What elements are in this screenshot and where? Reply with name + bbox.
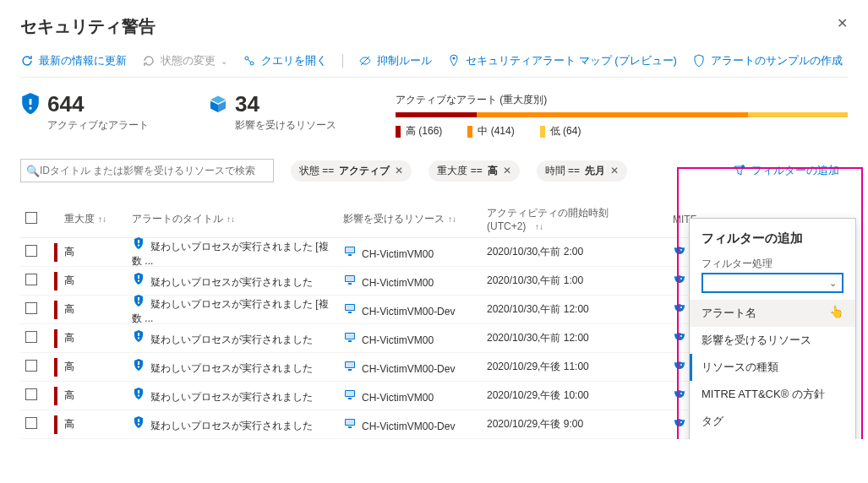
severity-bar-indicator: [54, 272, 57, 290]
svg-rect-22: [346, 305, 354, 310]
col-resource[interactable]: 影響を受けるリソース↑↓: [338, 212, 482, 226]
chevron-down-icon: ⌄: [221, 57, 227, 66]
svg-point-53: [680, 421, 682, 423]
row-severity: 高: [59, 417, 127, 431]
filter-pill-state[interactable]: 状態 == アクティブ ✕: [291, 160, 412, 182]
svg-rect-30: [348, 340, 352, 342]
svg-rect-40: [138, 390, 139, 393]
severity-bar-low: [748, 112, 848, 117]
shield-icon: [132, 236, 145, 250]
popup-option[interactable]: リソースの種類: [690, 354, 855, 381]
cursor-icon: 👆: [829, 305, 843, 318]
affected-resources-metric: 34 影響を受けるリソース: [208, 93, 336, 133]
suppress-rule-button[interactable]: 抑制ルール: [358, 53, 432, 68]
filter-pill-time[interactable]: 時間 == 先月 ✕: [537, 160, 627, 182]
svg-point-11: [680, 249, 682, 251]
svg-rect-33: [138, 361, 139, 365]
svg-point-46: [680, 393, 682, 394]
monitor-icon: [343, 416, 357, 430]
severity-bar-indicator: [54, 243, 57, 262]
alert-map-label: セキュリティアラート マップ (プレビュー): [466, 53, 677, 68]
svg-rect-19: [138, 297, 139, 301]
row-checkbox[interactable]: [25, 302, 37, 314]
close-button[interactable]: ✕: [837, 15, 848, 31]
popup-option[interactable]: タグ: [690, 408, 855, 435]
row-time: 2020/10/30,午前 1:00: [482, 274, 668, 288]
pin-icon: [447, 54, 461, 68]
svg-rect-37: [348, 369, 352, 371]
pill-time-remove[interactable]: ✕: [610, 165, 619, 176]
popup-title: フィルターの追加: [690, 231, 855, 257]
row-title: 疑わしいプロセスが実行されました: [127, 329, 338, 347]
search-input[interactable]: [40, 165, 268, 176]
monitor-icon: [343, 301, 357, 315]
popup-option[interactable]: MITRE ATT&CK® の方針: [690, 381, 855, 408]
alert-map-button[interactable]: セキュリティアラート マップ (プレビュー): [447, 53, 677, 68]
search-box[interactable]: 🔍: [20, 159, 274, 182]
severity-block: アクティブなアラート (重大度別) 高 (166) 中 (414) 低 (64): [396, 93, 848, 138]
shield-icon: [132, 329, 145, 343]
svg-rect-6: [138, 244, 139, 246]
svg-rect-15: [346, 276, 354, 281]
svg-rect-20: [138, 301, 139, 303]
col-title[interactable]: アラートのタイトル↑↓: [127, 212, 338, 226]
row-checkbox[interactable]: [25, 245, 37, 257]
open-query-button[interactable]: クエリを開く: [243, 53, 327, 68]
filter-row: 🔍 状態 == アクティブ ✕ 重大度 == 高 ✕ 時間 == 先月 ✕ フィ…: [20, 159, 848, 182]
svg-point-17: [677, 278, 679, 279]
svg-point-24: [677, 307, 679, 308]
col-severity[interactable]: 重大度↑↓: [59, 212, 127, 226]
row-title: 疑わしいプロセスが実行されました: [127, 387, 338, 404]
svg-rect-51: [348, 426, 352, 428]
summary-row: 644 アクティブなアラート 34 影響を受けるリソース アクティブなアラート …: [20, 93, 848, 138]
svg-rect-8: [346, 247, 354, 252]
row-checkbox[interactable]: [25, 360, 37, 372]
popup-option[interactable]: 作成者: [690, 435, 855, 439]
severity-bar-indicator: [54, 329, 57, 348]
svg-rect-13: [138, 280, 139, 282]
svg-rect-9: [348, 254, 352, 256]
row-resource: CH-VictimVM00: [338, 273, 482, 289]
popup-option[interactable]: アラート名👆: [690, 300, 855, 327]
popup-option[interactable]: 影響を受けるリソース: [690, 327, 855, 354]
page-title: セキュリティ警告: [20, 15, 848, 38]
row-checkbox[interactable]: [25, 417, 37, 429]
mitre-icon: [673, 416, 686, 430]
pill-state-key: 状態 ==: [299, 164, 334, 178]
legend-high: 高 (166): [396, 124, 442, 138]
svg-rect-27: [138, 338, 139, 339]
row-checkbox[interactable]: [25, 388, 37, 400]
pill-state-remove[interactable]: ✕: [395, 165, 403, 176]
svg-rect-12: [138, 275, 139, 279]
monitor-icon: [343, 388, 357, 401]
popup-select[interactable]: ⌄: [701, 273, 843, 293]
monitor-icon: [343, 273, 357, 286]
severity-bar-indicator: [54, 387, 57, 405]
row-checkbox[interactable]: [25, 331, 37, 343]
filter-pill-severity[interactable]: 重大度 == 高 ✕: [429, 160, 519, 182]
add-filter-button[interactable]: フィルターの追加: [724, 160, 848, 182]
svg-point-52: [677, 421, 679, 423]
active-alerts-label: アクティブなアラート: [47, 118, 149, 133]
refresh-label: 最新の情報に更新: [39, 53, 127, 68]
mitre-icon: [673, 359, 686, 372]
svg-rect-3: [30, 99, 32, 105]
pill-sev-remove[interactable]: ✕: [503, 165, 511, 176]
svg-rect-26: [138, 333, 139, 336]
create-sample-button[interactable]: アラートのサンプルの作成: [692, 53, 843, 68]
select-all-checkbox[interactable]: [25, 212, 37, 224]
svg-rect-5: [138, 240, 139, 243]
row-checkbox[interactable]: [25, 274, 37, 285]
refresh-button[interactable]: 最新の情報に更新: [20, 53, 127, 68]
shield-icon: [692, 54, 706, 68]
filter-add-icon: [733, 164, 746, 177]
svg-rect-16: [348, 283, 352, 285]
row-time: 2020/10/30,午前 2:00: [482, 245, 668, 259]
row-time: 2020/10/30,午前 12:00: [482, 331, 668, 345]
change-state-label: 状態の変更: [161, 53, 216, 68]
svg-point-10: [677, 249, 679, 251]
svg-point-18: [680, 278, 682, 279]
row-time: 2020/10/29,午後 9:00: [482, 417, 668, 431]
col-time[interactable]: アクティビティの開始時刻 (UTC+2) ↑↓: [482, 206, 668, 232]
severity-bar-indicator: [54, 415, 57, 434]
